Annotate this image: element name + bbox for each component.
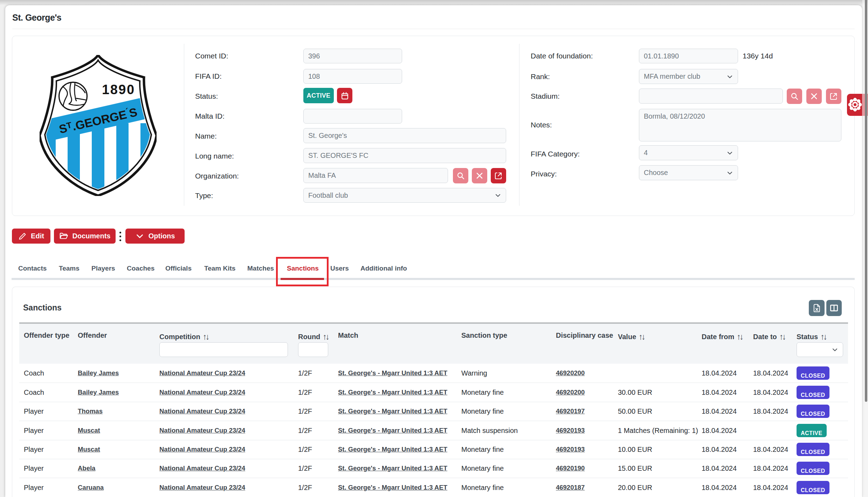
svg-text:1890: 1890 <box>102 82 135 97</box>
